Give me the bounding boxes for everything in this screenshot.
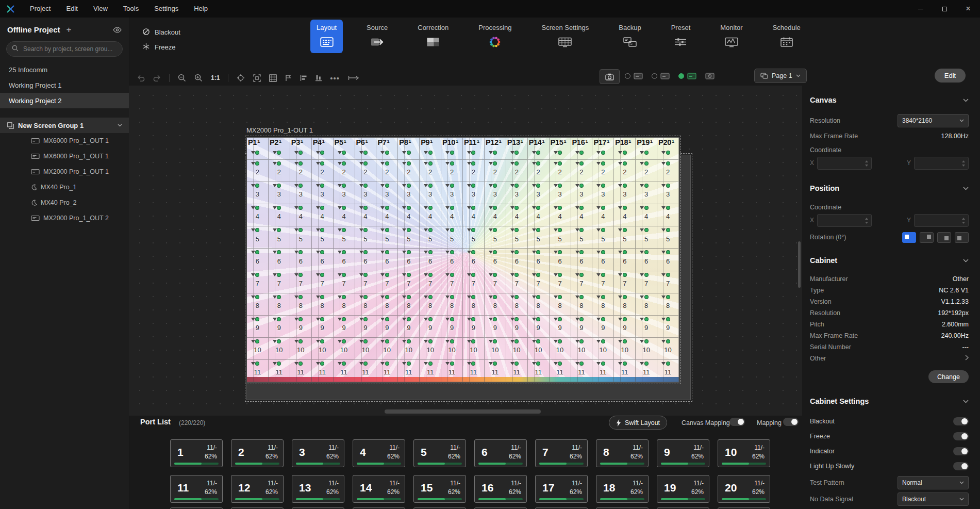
- cabinet-cell[interactable]: 8: [528, 293, 550, 316]
- port-card[interactable]: 19 11/-62%: [657, 475, 709, 503]
- cabinet-cell[interactable]: 4: [636, 204, 657, 226]
- cabinet-cell[interactable]: 11: [334, 360, 355, 382]
- cabinet-cell[interactable]: 9: [485, 316, 506, 338]
- toggle-switch[interactable]: [953, 447, 969, 455]
- freeze-quick-toggle[interactable]: Freeze: [142, 40, 180, 55]
- minimize-button[interactable]: [909, 0, 933, 18]
- cabinet-cell[interactable]: 4: [485, 204, 506, 226]
- cabinet-cell[interactable]: 4: [398, 204, 420, 226]
- tree-item-output[interactable]: MX6000 Pro_1_OUT 1: [0, 149, 129, 164]
- change-cabinet-button[interactable]: Change: [928, 370, 969, 383]
- cabinet-cell[interactable]: 4: [463, 204, 485, 226]
- cabinet-cell[interactable]: 3: [290, 182, 312, 204]
- cabinet-cell[interactable]: 10: [528, 338, 550, 360]
- cabinet-cell[interactable]: 2: [506, 160, 528, 182]
- close-button[interactable]: ×: [956, 0, 980, 18]
- cabinet-cell[interactable]: P141: [528, 138, 550, 160]
- tree-item-device[interactable]: MX40 Pro_2: [0, 195, 129, 210]
- zoom-in-icon[interactable]: [194, 74, 203, 82]
- cabinet-cell[interactable]: 7: [614, 271, 636, 293]
- cabinet-cell[interactable]: 9: [614, 316, 636, 338]
- redo-icon[interactable]: [153, 75, 161, 81]
- cabinet-cell[interactable]: 7: [657, 271, 679, 293]
- cabinet-cell[interactable]: 7: [571, 271, 593, 293]
- port-card[interactable]: 17 11/-62%: [535, 475, 588, 503]
- cabinet-cell[interactable]: 5: [398, 226, 420, 249]
- cabinet-cell[interactable]: P61: [355, 138, 377, 160]
- cabinet-cell[interactable]: 9: [550, 316, 571, 338]
- cabinet-cell[interactable]: P191: [636, 138, 657, 160]
- cabinet-cell[interactable]: 6: [657, 249, 679, 271]
- cabinet-cell[interactable]: 8: [636, 293, 657, 316]
- cabinet-cell[interactable]: 3: [247, 182, 269, 204]
- cabinet-cell[interactable]: 5: [614, 226, 636, 249]
- mapping-toggle[interactable]: [783, 418, 799, 426]
- rotation-0-button[interactable]: [902, 232, 916, 243]
- cabinet-cell[interactable]: 9: [355, 316, 377, 338]
- cabinet-cell[interactable]: P81: [398, 138, 420, 160]
- cabinet-cell[interactable]: 9: [290, 316, 312, 338]
- cabinet-cell[interactable]: 2: [441, 160, 463, 182]
- cabinet-cell[interactable]: 10: [269, 338, 290, 360]
- cabinet-cell[interactable]: 9: [312, 316, 334, 338]
- cabinet-cell[interactable]: 4: [334, 204, 355, 226]
- cabinet-cell[interactable]: 10: [463, 338, 485, 360]
- cabinet-cell[interactable]: 6: [269, 249, 290, 271]
- cabinet-cell[interactable]: 3: [355, 182, 377, 204]
- cabinet-cell[interactable]: 6: [506, 249, 528, 271]
- cabinet-cell[interactable]: 6: [376, 249, 398, 271]
- vertical-scrollbar[interactable]: [798, 241, 801, 288]
- cabinet-cell[interactable]: 3: [657, 182, 679, 204]
- cabinet-cell[interactable]: 5: [592, 226, 614, 249]
- tree-item-output[interactable]: MX2000 Pro_1_OUT 1: [0, 164, 129, 179]
- grid-icon[interactable]: [269, 74, 277, 82]
- cabinet-cell[interactable]: 2: [269, 160, 290, 182]
- cabinet-cell[interactable]: 2: [312, 160, 334, 182]
- cabinet-cell[interactable]: 10: [420, 338, 441, 360]
- canvas-x-input[interactable]: [817, 157, 872, 170]
- cabinet-cell[interactable]: 3: [441, 182, 463, 204]
- cabinet-cell[interactable]: 6: [592, 249, 614, 271]
- rotation-180-button[interactable]: [937, 232, 951, 243]
- cabinet-settings-section-header[interactable]: Cabinet Settings: [810, 396, 969, 407]
- cabinet-cell[interactable]: 2: [657, 160, 679, 182]
- spacing-arrow-icon[interactable]: [348, 75, 359, 80]
- cabinet-cell[interactable]: 11: [657, 360, 679, 382]
- port-card[interactable]: 18 11/-62%: [596, 475, 649, 503]
- cabinet-cell[interactable]: P21: [269, 138, 290, 160]
- cabinet-cell[interactable]: 3: [463, 182, 485, 204]
- cabinet-cell[interactable]: 8: [269, 293, 290, 316]
- toggle-switch[interactable]: [953, 432, 969, 440]
- cabinet-cell[interactable]: 9: [247, 316, 269, 338]
- cabinet-cell[interactable]: P121: [485, 138, 506, 160]
- cabinet-cell[interactable]: 8: [485, 293, 506, 316]
- cabinet-cell[interactable]: 11: [592, 360, 614, 382]
- cabinet-cell[interactable]: 4: [592, 204, 614, 226]
- cabinet-cell[interactable]: 11: [269, 360, 290, 382]
- dropdown[interactable]: Blackout: [898, 492, 969, 506]
- blackout-quick-toggle[interactable]: Blackout: [142, 25, 180, 40]
- project-item[interactable]: Working Project 1: [0, 77, 129, 93]
- cabinet-cell[interactable]: 5: [571, 226, 593, 249]
- port-card[interactable]: 20 11/-62%: [718, 475, 770, 503]
- chevron-down-icon[interactable]: [118, 124, 122, 127]
- cabinet-cell[interactable]: 3: [614, 182, 636, 204]
- port-card[interactable]: 2 11/-62%: [231, 439, 284, 467]
- position-x-input[interactable]: [817, 214, 872, 227]
- cabinet-cell[interactable]: 3: [398, 182, 420, 204]
- cabinet-cell[interactable]: 5: [247, 226, 269, 249]
- tree-item-device[interactable]: MX40 Pro_1: [0, 179, 129, 195]
- cabinet-cell[interactable]: 4: [269, 204, 290, 226]
- cabinet-cell[interactable]: 4: [550, 204, 571, 226]
- cabinet-info-row[interactable]: Other: [810, 353, 969, 364]
- canvas-section-header[interactable]: Canvas: [810, 94, 969, 106]
- resolution-select[interactable]: 3840*2160: [898, 114, 969, 127]
- cabinet-cell[interactable]: 6: [398, 249, 420, 271]
- cabinet-cell[interactable]: 11: [614, 360, 636, 382]
- cabinet-cell[interactable]: 10: [441, 338, 463, 360]
- tab-processing[interactable]: Processing: [472, 20, 518, 53]
- tab-monitor[interactable]: Monitor: [714, 20, 749, 53]
- cabinet-cell[interactable]: 10: [334, 338, 355, 360]
- cabinet-cell[interactable]: 8: [463, 293, 485, 316]
- ruler-flag-icon[interactable]: [285, 74, 292, 81]
